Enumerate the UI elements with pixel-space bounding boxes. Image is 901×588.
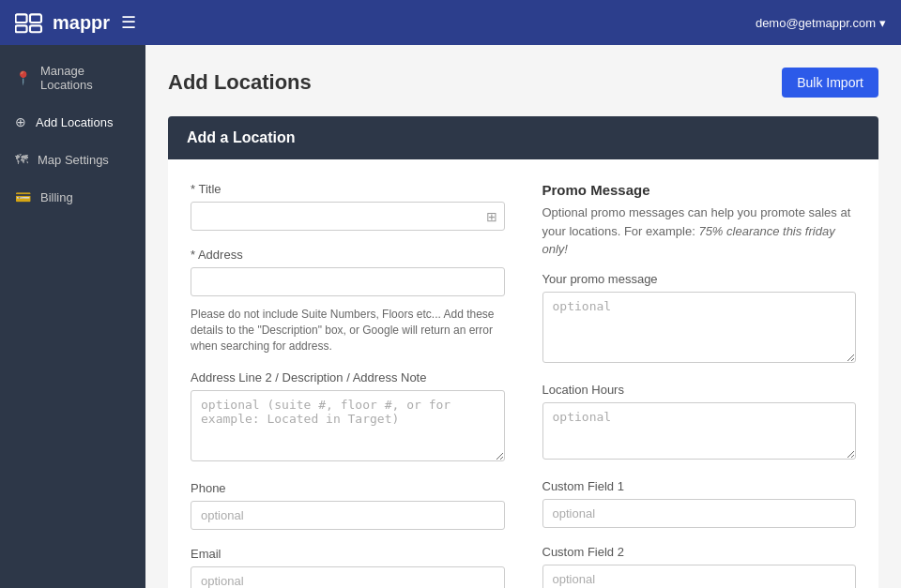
sidebar-item-add-locations[interactable]: ⊕ Add Locations	[0, 103, 145, 141]
phone-input[interactable]	[191, 501, 505, 530]
location-hours-textarea[interactable]	[542, 402, 857, 460]
title-input-wrap: ⊞	[191, 202, 505, 231]
billing-icon: 💳	[15, 189, 31, 204]
email-label: Email	[191, 547, 505, 561]
custom-field-2-group: Custom Field 2	[542, 545, 857, 589]
text-editor-icon: ⊞	[486, 209, 497, 224]
logo: mappr	[15, 11, 110, 34]
sidebar: 📍 Manage Locations ⊕ Add Locations 🗺 Map…	[0, 45, 145, 588]
your-promo-label: Your promo message	[542, 272, 857, 286]
title-input[interactable]	[191, 202, 505, 231]
logo-text: mappr	[53, 12, 110, 34]
custom-field-2-input[interactable]	[542, 565, 857, 589]
map-icon: 🗺	[15, 152, 28, 167]
promo-message-desc: Optional promo messages can help you pro…	[542, 204, 857, 259]
address-line2-label: Address Line 2 / Description / Address N…	[191, 370, 505, 384]
custom-field-1-input[interactable]	[542, 499, 857, 528]
sidebar-item-label: Billing	[40, 190, 73, 204]
sidebar-item-label: Map Settings	[38, 153, 109, 167]
sidebar-item-billing[interactable]: 💳 Billing	[0, 178, 145, 216]
sidebar-item-manage-locations[interactable]: 📍 Manage Locations	[0, 53, 145, 103]
email-field-group: Email	[191, 547, 505, 588]
address-label: * Address	[191, 248, 505, 262]
location-hours-group: Location Hours	[542, 383, 857, 462]
page-header: Add Locations Bulk Import	[168, 68, 878, 98]
page-title: Add Locations	[168, 70, 312, 95]
hamburger-menu[interactable]: ☰	[121, 12, 136, 33]
top-nav: mappr ☰ demo@getmappr.com ▾	[0, 0, 901, 45]
bulk-import-button[interactable]: Bulk Import	[782, 68, 878, 98]
phone-field-group: Phone	[191, 481, 505, 530]
title-label: * Title	[191, 182, 505, 196]
sidebar-item-label: Add Locations	[36, 115, 113, 129]
custom-field-1-group: Custom Field 1	[542, 479, 857, 528]
svg-rect-0	[16, 14, 27, 23]
form-card-title: Add a Location	[187, 129, 296, 145]
add-circle-icon: ⊕	[15, 114, 26, 129]
custom-field-2-label: Custom Field 2	[542, 545, 857, 559]
form-left-column: * Title ⊞ * Address Please do not includ…	[191, 182, 505, 588]
phone-label: Phone	[191, 481, 505, 495]
email-input[interactable]	[191, 566, 505, 588]
svg-rect-2	[16, 25, 27, 32]
user-menu[interactable]: demo@getmappr.com ▾	[756, 16, 886, 30]
main-content: Add Locations Bulk Import Add a Location…	[145, 45, 901, 588]
address-field-group: * Address Please do not include Suite Nu…	[191, 248, 505, 354]
title-field-group: * Title ⊞	[191, 182, 505, 231]
user-email: demo@getmappr.com	[756, 16, 876, 30]
promo-message-title: Promo Message	[542, 182, 857, 198]
chevron-down-icon: ▾	[879, 16, 886, 30]
address-help: Please do not include Suite Numbers, Flo…	[191, 307, 505, 354]
sidebar-item-map-settings[interactable]: 🗺 Map Settings	[0, 141, 145, 178]
location-pin-icon: 📍	[15, 70, 31, 85]
logo-icon	[15, 11, 45, 34]
address-line2-textarea[interactable]	[191, 390, 505, 461]
form-card-header: Add a Location	[168, 116, 878, 159]
form-card-body: * Title ⊞ * Address Please do not includ…	[168, 159, 878, 588]
promo-message-section: Promo Message Optional promo messages ca…	[542, 182, 857, 366]
custom-field-1-label: Custom Field 1	[542, 479, 857, 493]
svg-rect-1	[30, 14, 41, 23]
address-input[interactable]	[191, 267, 505, 296]
sidebar-item-label: Manage Locations	[40, 64, 130, 92]
location-hours-label: Location Hours	[542, 383, 857, 397]
promo-message-textarea[interactable]	[542, 292, 857, 363]
form-card: Add a Location * Title ⊞ * Address Pleas	[168, 116, 878, 588]
address-line2-field-group: Address Line 2 / Description / Address N…	[191, 370, 505, 464]
form-right-column: Promo Message Optional promo messages ca…	[542, 182, 857, 588]
svg-rect-3	[30, 25, 41, 32]
